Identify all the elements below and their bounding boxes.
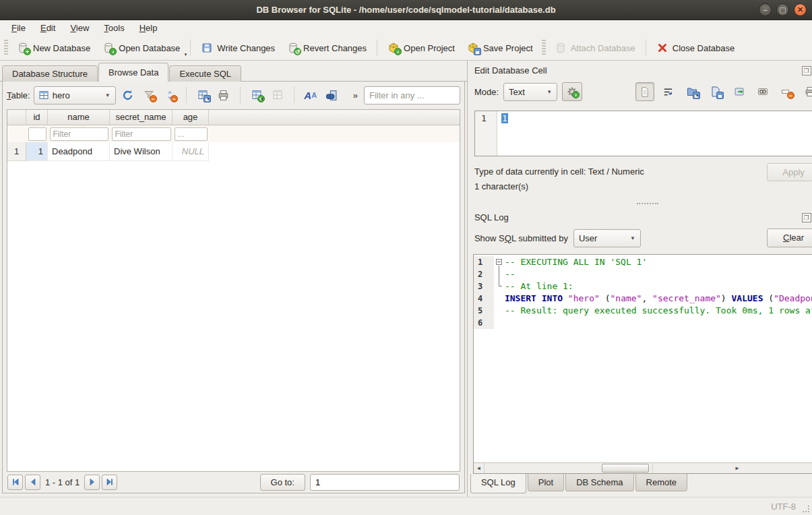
- close-icon[interactable]: ✕: [794, 3, 807, 16]
- right-pane: Edit Database Cell ❐ ✕ Mode: Text ▼ ›: [467, 61, 812, 497]
- cell-name[interactable]: Deadpond: [48, 142, 110, 161]
- toolbar-grip[interactable]: [542, 40, 546, 56]
- next-record-button[interactable]: [84, 475, 100, 490]
- menu-edit[interactable]: Edit: [34, 22, 61, 34]
- resize-grip[interactable]: [802, 505, 810, 513]
- revert-changes-button[interactable]: ↺ Revert Changes: [281, 39, 373, 57]
- tab-sql-log[interactable]: SQL Log: [470, 474, 526, 493]
- chevron-down-icon[interactable]: ▾: [185, 52, 187, 57]
- auto-apply-button[interactable]: ›: [562, 82, 582, 101]
- set-null-button[interactable]: −: [777, 82, 796, 101]
- close-database-button[interactable]: Close Database: [650, 39, 741, 57]
- sql-log-lines: 1−-- EXECUTING ALL IN 'SQL 1'2--3-- At l…: [474, 255, 812, 462]
- toolbar-separator: [646, 40, 646, 56]
- toolbar-grip[interactable]: [4, 40, 8, 56]
- export-data-button[interactable]: [706, 82, 725, 101]
- column-header-name[interactable]: name: [48, 110, 110, 125]
- main-toolbar: + New Database › Open Database ▾ Write C…: [0, 36, 812, 61]
- maximize-icon[interactable]: ▢: [776, 3, 789, 16]
- clear-button[interactable]: Clear: [767, 229, 812, 247]
- column-header-secret-name[interactable]: secret_name: [110, 110, 173, 125]
- menu-tools[interactable]: Tools: [98, 22, 130, 34]
- edit-display-format-button[interactable]: AA: [302, 86, 319, 104]
- filter-input-id[interactable]: [28, 127, 46, 141]
- save-icon: [201, 42, 213, 54]
- scroll-left-icon[interactable]: ◀: [474, 463, 485, 473]
- filter-input-name[interactable]: [50, 127, 108, 141]
- word-wrap-icon[interactable]: [659, 82, 678, 101]
- column-header-id[interactable]: id: [26, 110, 48, 125]
- goto-input[interactable]: [310, 474, 460, 491]
- bottom-tabbar: SQL Log Plot DB Schema Remote: [468, 474, 812, 497]
- menu-view[interactable]: View: [64, 22, 95, 34]
- open-database-button[interactable]: › Open Database ▾: [96, 39, 186, 57]
- import-data-button[interactable]: ▾: [683, 82, 701, 101]
- apply-button: Apply: [767, 163, 812, 181]
- browse-toolbar: Table: hero ▼ − −: [3, 82, 464, 109]
- horizontal-scrollbar[interactable]: ◀ ▶: [474, 462, 812, 473]
- first-record-button[interactable]: [7, 475, 23, 490]
- column-header-age[interactable]: age: [173, 110, 209, 125]
- sql-log-dock-title: SQL Log ❐ ✕: [468, 208, 812, 225]
- tab-plot[interactable]: Plot: [528, 474, 564, 491]
- previous-record-button[interactable]: [25, 475, 40, 490]
- refresh-button[interactable]: [119, 86, 137, 104]
- menu-file[interactable]: File: [5, 22, 32, 34]
- filter-input-secret-name[interactable]: [112, 127, 171, 141]
- clear-filters-button[interactable]: −: [140, 86, 158, 104]
- dock-splitter[interactable]: [468, 200, 812, 208]
- row-number-header: [7, 110, 26, 125]
- minimize-icon[interactable]: –: [759, 3, 772, 16]
- table-select[interactable]: hero ▼: [34, 86, 116, 104]
- tab-remote[interactable]: Remote: [635, 474, 688, 491]
- data-grid: id name secret_name age 1 1: [7, 109, 460, 472]
- float-dock-icon[interactable]: ❐: [802, 66, 811, 75]
- find-in-table-button[interactable]: [323, 86, 340, 104]
- mode-select[interactable]: Text ▼: [503, 83, 557, 101]
- toolbar-separator: [190, 40, 191, 56]
- save-project-button[interactable]: Save Project: [461, 39, 539, 57]
- text-document-icon[interactable]: [635, 82, 654, 101]
- tab-db-schema[interactable]: DB Schema: [565, 474, 633, 491]
- cell-id[interactable]: 1: [26, 142, 48, 161]
- sql-log-editor[interactable]: 1−-- EXECUTING ALL IN 'SQL 1'2--3-- At l…: [473, 254, 812, 474]
- menu-help[interactable]: Help: [133, 22, 164, 34]
- tab-browse-data[interactable]: Browse Data: [98, 63, 168, 82]
- write-changes-button[interactable]: Write Changes: [195, 39, 281, 57]
- open-project-button[interactable]: › Open Project: [381, 39, 461, 57]
- toolbar-overflow-chevron[interactable]: »: [353, 90, 358, 100]
- goto-button[interactable]: Go to:: [260, 474, 305, 491]
- scrollbar-thumb[interactable]: [602, 464, 649, 473]
- filter-any-input[interactable]: [364, 86, 460, 104]
- grid-filter-row: [7, 125, 460, 142]
- filter-input-age[interactable]: [175, 127, 208, 141]
- menubar: File Edit View Tools Help: [0, 20, 812, 36]
- float-dock-icon[interactable]: ❐: [802, 213, 811, 222]
- last-record-button[interactable]: [102, 475, 117, 490]
- print-cell-button[interactable]: [801, 82, 812, 101]
- scroll-right-icon[interactable]: ▶: [652, 463, 812, 473]
- tab-database-structure[interactable]: Database Structure: [2, 65, 98, 82]
- sql-log-title: SQL Log: [474, 212, 799, 222]
- new-database-button[interactable]: + New Database: [11, 39, 96, 57]
- export-table-button[interactable]: ▾: [194, 86, 212, 104]
- clear-sorting-button[interactable]: −: [161, 86, 179, 104]
- row-number[interactable]: 1: [7, 142, 26, 161]
- new-record-button[interactable]: +▾: [248, 86, 266, 104]
- cell-editor[interactable]: 1 1: [474, 111, 812, 156]
- cell-secret-name[interactable]: Dive Wilson: [110, 142, 173, 161]
- cell-editor-value: 1: [501, 113, 508, 123]
- open-in-external-button[interactable]: [730, 82, 749, 101]
- edit-cell-dock-title: Edit Database Cell ❐ ✕: [468, 61, 812, 78]
- link-cell-icon[interactable]: [753, 82, 772, 101]
- red-x-icon: [656, 42, 668, 54]
- print-table-button[interactable]: [215, 86, 232, 104]
- submitted-by-select[interactable]: User ▼: [573, 229, 641, 247]
- tab-execute-sql[interactable]: Execute SQL: [169, 65, 241, 82]
- header-filler: [209, 110, 460, 125]
- goto-group: Go to:: [260, 474, 460, 491]
- project-save-icon: [467, 42, 479, 54]
- main-tabbar: Database Structure Browse Data Execute S…: [0, 61, 467, 82]
- record-count-label: 1 - 1 of 1: [45, 477, 80, 487]
- cell-age[interactable]: NULL: [173, 142, 209, 161]
